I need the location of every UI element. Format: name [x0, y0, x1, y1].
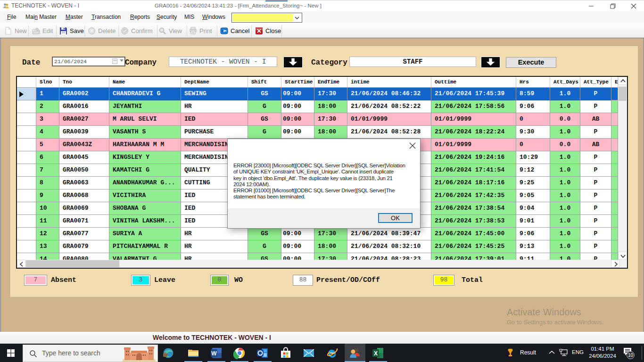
cell-starttime[interactable]: 09:00 — [281, 126, 314, 139]
cell-endtime[interactable]: 18:00 — [314, 126, 347, 139]
row-header[interactable] — [17, 164, 36, 177]
cell-tno[interactable]: GRA0045 — [59, 151, 109, 164]
cell-starttime[interactable]: 09:00 — [281, 113, 314, 126]
cancel-button[interactable]: Cancel — [220, 25, 249, 36]
dialog-close-icon[interactable] — [409, 142, 416, 149]
cell-atttype[interactable]: P — [580, 228, 611, 240]
column-header-tno[interactable]: Tno — [59, 77, 109, 88]
cell-hrs[interactable]: 9:06 — [516, 228, 550, 240]
cell-atttype[interactable]: P — [580, 164, 611, 177]
menu-mis[interactable]: MIS — [184, 14, 194, 20]
vertical-scrollbar[interactable] — [618, 77, 627, 260]
language-indicator[interactable]: ENG — [572, 349, 584, 355]
column-header-atttype[interactable]: Att_Type — [580, 77, 611, 88]
cell-dept[interactable]: HR — [181, 228, 248, 240]
cell-tno[interactable]: GRA0043Z — [59, 139, 109, 151]
search-box[interactable]: Type here to search — [23, 345, 158, 362]
column-header-hrs[interactable]: Hrs — [516, 77, 550, 88]
cell-attdays[interactable]: 1.0 — [550, 164, 580, 177]
close-button[interactable]: Close — [255, 25, 281, 36]
row-header[interactable] — [17, 202, 36, 215]
column-header-shift[interactable]: Shift — [248, 77, 281, 88]
cell-intime[interactable]: 21/06/2024 08:52:22 — [347, 100, 431, 113]
cell-attdays[interactable]: 0.0 — [550, 139, 580, 151]
cell-name[interactable]: VICITHIRA — [109, 189, 181, 202]
column-header-intime[interactable]: intime — [347, 77, 431, 88]
cell-intime[interactable]: 21/06/2024 08:46:32 — [347, 88, 431, 100]
cell-tno[interactable]: GRA0002 — [59, 88, 109, 100]
cell-outtime[interactable]: 21/06/2024 18:22:24 — [431, 126, 516, 139]
menu-file[interactable]: File — [7, 14, 16, 20]
cell-hrs[interactable]: 0 — [516, 113, 550, 126]
new-button[interactable]: New — [4, 25, 27, 36]
result-app-icon[interactable] — [506, 348, 514, 357]
cell-shift[interactable]: GS — [248, 88, 281, 100]
taskbar-app-outlook[interactable] — [252, 344, 273, 362]
row-header[interactable] — [17, 139, 36, 151]
row-header[interactable] — [17, 100, 36, 113]
cell-outtime[interactable]: 21/06/2024 17:41:54 — [431, 164, 516, 177]
cell-shift[interactable]: GS — [248, 228, 281, 240]
ok-button[interactable]: OK — [378, 213, 413, 223]
cell-hrs[interactable]: 10:29 — [516, 151, 550, 164]
cell-attdays[interactable]: 1.0 — [550, 100, 580, 113]
cell-slno[interactable]: 11 — [36, 215, 59, 228]
execute-button[interactable]: Execute — [506, 57, 556, 68]
column-header-endtime[interactable]: EndTime — [314, 77, 347, 88]
cell-outtime[interactable]: 21/06/2024 17:58:56 — [431, 100, 516, 113]
cell-atttype[interactable]: AB — [580, 113, 611, 126]
cell-intime[interactable]: 01/01/9999 — [347, 113, 431, 126]
menu-windows[interactable]: Windows — [202, 14, 225, 20]
cell-attdays[interactable]: 1.0 — [550, 177, 580, 189]
column-header-attdays[interactable]: Att_Days — [550, 77, 580, 88]
company-input[interactable]: TECHNOTEK - WOVEN - I — [169, 57, 277, 67]
cell-name[interactable]: ANANDHAKUMAR G... — [109, 177, 181, 189]
cell-tno[interactable]: GRA0050 — [59, 164, 109, 177]
row-header[interactable] — [17, 88, 36, 100]
cell-tno[interactable]: GRA0016 — [59, 100, 109, 113]
cell-slno[interactable]: 13 — [36, 240, 59, 253]
cell-endtime[interactable]: 18:00 — [314, 240, 347, 253]
print-button[interactable]: Print — [189, 25, 212, 36]
menu-master[interactable]: Master — [66, 14, 83, 20]
cell-hrs[interactable]: 9:06 — [516, 100, 550, 113]
cell-outtime[interactable]: 21/06/2024 19:24:16 — [431, 151, 516, 164]
cell-slno[interactable]: 4 — [36, 126, 59, 139]
cell-slno[interactable]: 10 — [36, 202, 59, 215]
cell-hrs[interactable]: 9:01 — [516, 215, 550, 228]
horizontal-scrollbar[interactable] — [17, 260, 627, 268]
column-header-starttime[interactable]: StartTime — [281, 77, 314, 88]
cell-tno[interactable]: GRA0077 — [59, 228, 109, 240]
delete-button[interactable]: Delete — [88, 25, 116, 36]
cell-shift[interactable]: G — [248, 100, 281, 113]
cell-atttype[interactable]: P — [580, 151, 611, 164]
category-input[interactable]: STAFF — [349, 57, 476, 67]
cell-tno[interactable]: GRA0079 — [59, 240, 109, 253]
cell-endtime[interactable]: 17:30 — [314, 113, 347, 126]
cell-attdays[interactable]: 1.0 — [550, 126, 580, 139]
cell-atttype[interactable]: P — [580, 177, 611, 189]
row-header[interactable] — [17, 215, 36, 228]
cell-atttype[interactable]: P — [580, 88, 611, 100]
cell-hrs[interactable]: 9:04 — [516, 202, 550, 215]
menu-combobox[interactable] — [231, 13, 302, 23]
cell-name[interactable]: CHANDRADEVI G — [109, 88, 181, 100]
cell-attdays[interactable]: 1.0 — [550, 151, 580, 164]
cell-slno[interactable]: 9 — [36, 189, 59, 202]
column-header-name[interactable]: Name — [109, 77, 181, 88]
cell-name[interactable]: SHOBANA G — [109, 202, 181, 215]
cell-name[interactable]: VASANTH S — [109, 126, 181, 139]
save-button[interactable]: Save — [59, 25, 84, 36]
cell-slno[interactable]: 3 — [36, 113, 59, 126]
cell-tno[interactable]: GRA0027 — [59, 113, 109, 126]
cell-starttime[interactable]: 09:00 — [281, 228, 314, 240]
tray-expand-icon[interactable] — [548, 350, 555, 355]
cell-attdays[interactable]: 1.0 — [550, 228, 580, 240]
cell-attdays[interactable]: 1.0 — [550, 215, 580, 228]
cell-slno[interactable]: 1 — [36, 88, 59, 100]
menu-transaction[interactable]: Transaction — [91, 14, 121, 20]
cell-intime[interactable]: 21/06/2024 08:52:28 — [347, 126, 431, 139]
column-header-extra[interactable]: E — [611, 77, 618, 88]
cell-dept[interactable]: SEWING — [181, 88, 248, 100]
cell-shift[interactable]: G — [248, 240, 281, 253]
